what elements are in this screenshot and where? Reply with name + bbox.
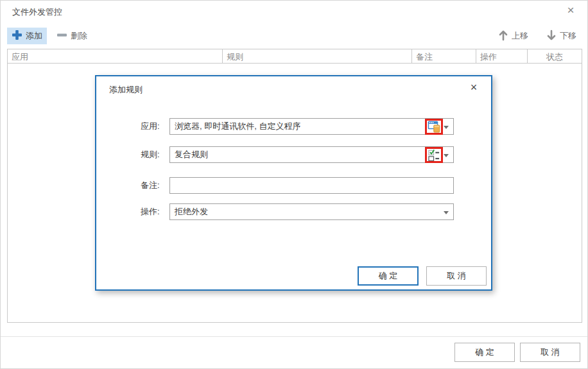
plus-icon xyxy=(12,30,22,42)
move-up-button[interactable]: 上移 xyxy=(494,28,533,44)
app-icon-red-highlight xyxy=(425,119,443,135)
chevron-down-icon xyxy=(444,154,449,160)
arrow-up-icon xyxy=(498,30,508,43)
toolbar-right: 上移 下移 xyxy=(494,28,581,44)
close-icon: × xyxy=(567,3,574,17)
dialog-cancel-label: 取 消 xyxy=(447,270,466,282)
column-header-app: 应用 xyxy=(8,49,223,63)
note-input[interactable] xyxy=(175,178,449,193)
footer-divider xyxy=(1,336,588,337)
close-icon: × xyxy=(471,81,478,94)
rule-icon-red-highlight xyxy=(425,147,443,163)
note-input-wrapper xyxy=(169,177,454,194)
checklist-icon xyxy=(428,149,440,161)
rule-field-label: 规则: xyxy=(141,149,169,160)
file-outgoing-control-window: 文件外发管控 × 添加 删除 上移 下移 xyxy=(0,0,588,369)
minus-icon xyxy=(56,30,67,42)
field-row-action: 操作: 拒绝外发 xyxy=(141,203,454,220)
move-down-label: 下移 xyxy=(560,30,576,42)
note-field-label: 备注: xyxy=(141,180,169,191)
chevron-down-icon xyxy=(444,211,449,217)
move-down-button[interactable]: 下移 xyxy=(542,28,581,44)
action-combobox[interactable]: 拒绝外发 xyxy=(169,203,454,220)
window-cancel-label: 取 消 xyxy=(540,347,560,358)
add-button-label: 添加 xyxy=(26,30,42,42)
field-row-rule: 规则: 复合规则 xyxy=(141,146,454,163)
dialog-close-button[interactable]: × xyxy=(465,79,482,96)
window-title: 文件外发管控 xyxy=(12,6,62,18)
field-row-app: 应用: 浏览器, 即时通讯软件, 自定义程序 xyxy=(141,118,454,135)
action-combobox-value: 拒绝外发 xyxy=(175,206,208,218)
dialog-title: 添加规则 xyxy=(109,84,143,96)
dialog-ok-label: 确 定 xyxy=(379,270,398,282)
dialog-cancel-button[interactable]: 取 消 xyxy=(426,266,487,286)
chevron-down-icon xyxy=(444,126,449,132)
rule-combobox[interactable]: 复合规则 xyxy=(169,146,454,163)
window-ok-label: 确 定 xyxy=(475,347,494,358)
delete-button[interactable]: 删除 xyxy=(52,28,92,44)
field-row-note: 备注: xyxy=(141,177,454,194)
toolbar-left: 添加 删除 xyxy=(7,28,92,44)
action-field-label: 操作: xyxy=(141,206,169,218)
column-header-rule: 规则 xyxy=(223,49,412,63)
rule-combobox-value: 复合规则 xyxy=(175,149,208,160)
move-up-label: 上移 xyxy=(512,30,528,42)
column-header-note: 备注 xyxy=(412,49,476,63)
app-combobox[interactable]: 浏览器, 即时通讯软件, 自定义程序 xyxy=(169,118,454,135)
window-cancel-button[interactable]: 取 消 xyxy=(520,343,580,362)
delete-button-label: 删除 xyxy=(71,30,87,42)
column-header-action: 操作 xyxy=(476,49,528,63)
dialog-ok-button[interactable]: 确 定 xyxy=(358,266,419,286)
add-rule-dialog: 添加规则 × 应用: 浏览器, 即时通讯软件, 自定义程序 xyxy=(95,75,492,291)
app-field-label: 应用: xyxy=(141,121,169,132)
arrow-down-icon xyxy=(546,30,557,43)
column-header-status: 状态 xyxy=(528,49,582,63)
add-button[interactable]: 添加 xyxy=(7,28,47,44)
table-header-row: 应用 规则 备注 操作 状态 xyxy=(8,49,582,64)
window-ok-button[interactable]: 确 定 xyxy=(454,343,515,362)
app-combobox-value: 浏览器, 即时通讯软件, 自定义程序 xyxy=(175,121,300,132)
app-window-icon xyxy=(428,121,440,133)
window-close-button[interactable]: × xyxy=(562,2,580,19)
